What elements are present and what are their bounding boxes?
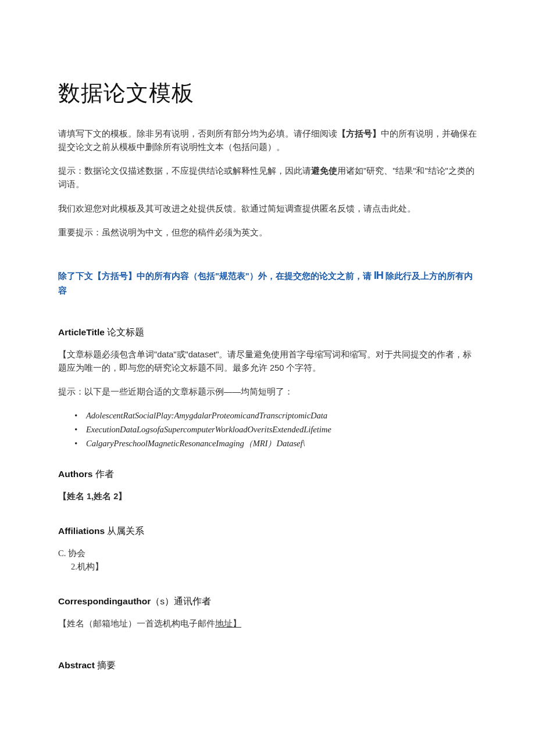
ih-token: IH (374, 270, 383, 281)
feedback-paragraph: 我们欢迎您对此模板及其可改进之处提供反馈。欲通过简短调查提供匿名反馈，请点击此处… (58, 202, 477, 216)
intro1-pre: 请填写下文的模板。除非另有说明，否则所有部分均为必填。请仔细阅读 (58, 129, 337, 138)
section-authors: Authors 作者 (58, 467, 477, 482)
intro2-pre: 提示：数据论文仅描述数据，不应提供结论或解释性见解，因此请 (58, 166, 311, 175)
corresponding-content: 【姓名（邮箱地址）一首选机构电子邮件地址】 (58, 617, 477, 630)
authors-content: 【姓名 1,姓名 2】 (58, 490, 477, 503)
article-title-en: ArticleTitle (58, 327, 105, 337)
remove-notice: 除了下文【方括号】中的所有内容（包括"规范表"）外，在提交您的论文之前，请 IH… (58, 267, 477, 298)
remove-pre: 除了下文 (58, 271, 93, 281)
corresponding-paren: （s） (151, 596, 174, 606)
bracket-emphasis: 【方括号】 (337, 129, 381, 138)
avoid-emphasis: 避免使 (311, 166, 337, 175)
article-title-tip: 提示：以下是一些近期合适的文章标题示例——均简短明了： (58, 385, 477, 399)
affiliation-line-1: C. 协会 (58, 547, 477, 560)
example-item: ExecutionDataLogsofaSupercomputerWorkloa… (86, 423, 477, 437)
section-corresponding: Correspondingauthor（s）通讯作者 (58, 594, 477, 609)
example-item: CalgaryPreschoolMagneticResonanceImaging… (86, 437, 477, 451)
abstract-en: Abstract (58, 660, 95, 670)
affiliation-line-2: 2.机构】 (58, 560, 477, 574)
example-item: AdolescentRatSocialPlay:AmygdalarProteom… (86, 409, 477, 423)
section-abstract: Abstract 摘要 (58, 658, 477, 673)
corresponding-pre: 【姓名（邮箱地址）一首选机构电子邮件 (58, 619, 215, 628)
corresponding-cn: 通讯作者 (174, 596, 211, 606)
section-affiliations: Affiliations 从属关系 (58, 524, 477, 539)
intro-paragraph-1: 请填写下文的模板。除非另有说明，否则所有部分均为必填。请仔细阅读【方括号】中的所… (58, 127, 477, 154)
corresponding-underline: 地址】 (215, 619, 241, 628)
authors-cn: 作者 (92, 469, 113, 479)
corresponding-en: Correspondingauthor (58, 596, 151, 606)
intro-paragraph-2: 提示：数据论文仅描述数据，不应提供结论或解释性见解，因此请避免使用诸如"研究、"… (58, 164, 477, 191)
affiliations-cn: 从属关系 (105, 526, 144, 536)
remove-mid: 中的所有内容（包括"规范表"）外，在提交您的论文之前，请 (137, 271, 372, 281)
article-title-note: 【文章标题必须包含单词"data"或"dataset"。请尽量避免使用首字母缩写… (58, 348, 477, 375)
title-examples-list: AdolescentRatSocialPlay:AmygdalarProteom… (58, 409, 477, 451)
page-title: 数据论文模板 (58, 76, 477, 111)
affiliations-en: Affiliations (58, 526, 105, 536)
article-title-cn: 论文标题 (105, 327, 144, 337)
important-note: 重要提示：虽然说明为中文，但您的稿件必须为英文。 (58, 226, 477, 239)
section-article-title: ArticleTitle 论文标题 (58, 325, 477, 340)
remove-bracket: 【方括号】 (93, 271, 137, 281)
authors-en: Authors (58, 469, 92, 479)
abstract-cn: 摘要 (95, 660, 116, 670)
